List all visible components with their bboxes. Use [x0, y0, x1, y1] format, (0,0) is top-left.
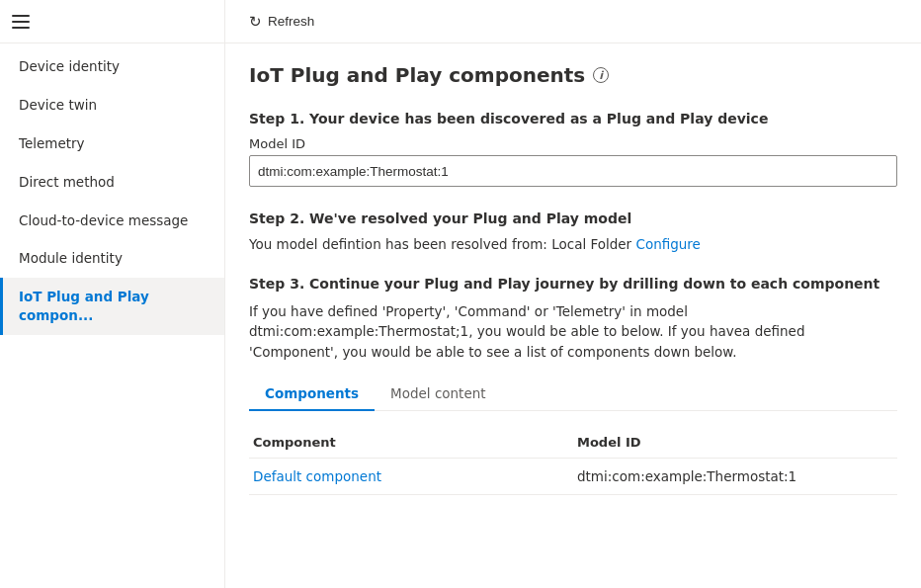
step3-desc: If you have defined 'Property', 'Command… [249, 301, 897, 362]
toolbar: ↻ Refresh [225, 0, 921, 43]
hamburger-icon[interactable] [12, 15, 30, 29]
sidebar-header [0, 0, 224, 43]
sidebar: Device identity Device twin Telemetry Di… [0, 0, 225, 588]
info-icon[interactable]: i [593, 67, 609, 83]
refresh-icon: ↻ [249, 13, 262, 31]
step1-heading: Step 1. Your device has been discovered … [249, 111, 897, 126]
refresh-button[interactable]: ↻ Refresh [241, 9, 322, 35]
sidebar-item-cloud-to-device[interactable]: Cloud-to-device message [0, 202, 224, 240]
table-header: Component Model ID [249, 427, 897, 459]
model-id-input[interactable] [249, 155, 897, 187]
main-area: ↻ Refresh IoT Plug and Play components i… [225, 0, 921, 588]
step1-section: Step 1. Your device has been discovered … [249, 111, 897, 187]
row-model-id: dtmi:com:example:Thermostat:1 [573, 468, 897, 484]
col-header-component: Component [249, 435, 573, 450]
sidebar-item-iot-plug-play[interactable]: IoT Plug and Play compon... [0, 278, 224, 335]
content-area: IoT Plug and Play components i Step 1. Y… [225, 43, 921, 588]
tab-components[interactable]: Components [249, 378, 375, 411]
step3-heading: Step 3. Continue your Plug and Play jour… [249, 276, 897, 292]
default-component-link[interactable]: Default component [249, 468, 573, 484]
page-title: IoT Plug and Play components i [249, 63, 897, 87]
sidebar-item-device-identity[interactable]: Device identity [0, 47, 224, 86]
configure-link[interactable]: Configure [635, 236, 700, 252]
table-row: Default component dtmi:com:example:Therm… [249, 459, 897, 495]
sidebar-item-telemetry[interactable]: Telemetry [0, 125, 224, 163]
model-id-label: Model ID [249, 136, 897, 151]
sidebar-item-direct-method[interactable]: Direct method [0, 163, 224, 202]
sidebar-nav: Device identity Device twin Telemetry Di… [0, 43, 224, 335]
sidebar-item-module-identity[interactable]: Module identity [0, 239, 224, 278]
sidebar-item-device-twin[interactable]: Device twin [0, 86, 224, 125]
col-header-model-id: Model ID [573, 435, 897, 450]
step2-desc: You model defintion has been resolved fr… [249, 236, 897, 252]
tab-model-content[interactable]: Model content [375, 378, 502, 411]
step2-heading: Step 2. We've resolved your Plug and Pla… [249, 210, 897, 226]
step2-section: Step 2. We've resolved your Plug and Pla… [249, 210, 897, 252]
tabs-bar: Components Model content [249, 378, 897, 411]
step3-section: Step 3. Continue your Plug and Play jour… [249, 276, 897, 495]
